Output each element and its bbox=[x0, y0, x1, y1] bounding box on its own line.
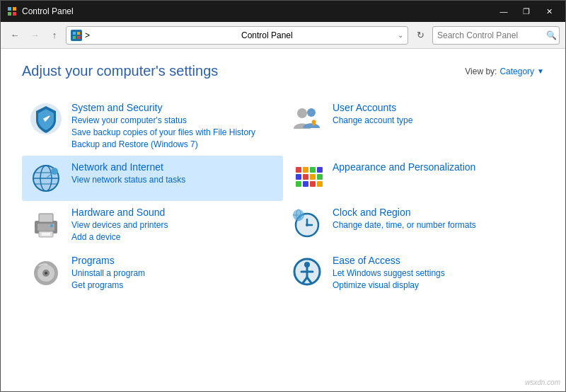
category-programs[interactable]: Programs Uninstall a program Get program… bbox=[22, 249, 283, 297]
appearance-icon bbox=[290, 161, 324, 195]
svg-rect-26 bbox=[310, 174, 316, 180]
breadcrumb-location: Control Panel bbox=[241, 30, 395, 40]
svg-rect-27 bbox=[317, 174, 323, 180]
title-bar-text: Control Panel bbox=[22, 6, 493, 16]
close-button[interactable]: ✕ bbox=[538, 4, 560, 18]
minimize-button[interactable]: — bbox=[493, 4, 514, 18]
svg-rect-1 bbox=[13, 7, 16, 11]
svg-rect-21 bbox=[303, 167, 308, 173]
system-security-link-1[interactable]: Review your computer's status bbox=[71, 115, 276, 127]
categories-grid: System and Security Review your computer… bbox=[22, 96, 544, 297]
svg-rect-29 bbox=[303, 181, 308, 187]
system-security-link-2[interactable]: Save backup copies of your files with Fi… bbox=[71, 127, 276, 139]
system-security-text: System and Security Review your computer… bbox=[71, 102, 276, 150]
programs-text: Programs Uninstall a program Get program… bbox=[71, 255, 276, 292]
ease-access-link-2[interactable]: Optimize visual display bbox=[333, 279, 537, 292]
svg-point-49 bbox=[45, 272, 47, 275]
breadcrumb-text: > bbox=[85, 30, 238, 40]
system-security-title[interactable]: System and Security bbox=[71, 102, 276, 113]
main-content: Adjust your computer's settings View by:… bbox=[1, 49, 565, 391]
svg-rect-6 bbox=[73, 36, 76, 39]
title-bar-icon bbox=[6, 6, 18, 17]
view-by-value[interactable]: Category bbox=[499, 67, 534, 76]
programs-title[interactable]: Programs bbox=[71, 255, 276, 266]
address-bar-input[interactable]: > Control Panel ⌄ bbox=[66, 26, 408, 45]
clock-region-icon bbox=[290, 207, 324, 241]
svg-point-11 bbox=[307, 108, 316, 117]
view-by-selector: View by: Category ▼ bbox=[465, 67, 544, 76]
hardware-sound-text: Hardware and Sound View devices and prin… bbox=[71, 207, 276, 243]
address-bar-icon bbox=[71, 30, 82, 41]
search-input[interactable] bbox=[437, 30, 543, 40]
svg-rect-4 bbox=[73, 32, 76, 35]
svg-point-10 bbox=[297, 108, 307, 118]
ease-access-link-1[interactable]: Let Windows suggest settings bbox=[333, 267, 537, 279]
programs-icon bbox=[29, 255, 63, 289]
up-button[interactable]: ↑ bbox=[46, 27, 63, 44]
svg-rect-3 bbox=[13, 12, 16, 16]
programs-link-2[interactable]: Get programs bbox=[71, 279, 276, 292]
user-accounts-title[interactable]: User Accounts bbox=[333, 102, 537, 113]
ease-access-title[interactable]: Ease of Access bbox=[333, 255, 537, 266]
svg-rect-22 bbox=[310, 167, 316, 173]
network-internet-icon bbox=[29, 161, 63, 195]
window: Control Panel — ❐ ✕ ← → ↑ > Control Pane… bbox=[0, 0, 566, 392]
address-bar: ← → ↑ > Control Panel ⌄ ↻ 🔍 bbox=[1, 22, 565, 49]
user-accounts-link-1[interactable]: Change account type bbox=[333, 115, 537, 127]
svg-rect-7 bbox=[77, 36, 80, 39]
svg-rect-23 bbox=[317, 167, 323, 173]
view-by-label: View by: bbox=[465, 67, 497, 76]
clock-region-text: Clock and Region Change date, time, or n… bbox=[333, 207, 537, 231]
network-internet-text: Network and Internet View network status… bbox=[71, 161, 276, 186]
category-ease-access[interactable]: Ease of Access Let Windows suggest setti… bbox=[283, 249, 544, 297]
refresh-button[interactable]: ↻ bbox=[411, 26, 429, 45]
view-by-arrow-icon[interactable]: ▼ bbox=[537, 67, 544, 75]
clock-region-link-1[interactable]: Change date, time, or number formats bbox=[333, 219, 537, 231]
user-accounts-icon bbox=[290, 102, 324, 136]
ease-access-icon bbox=[290, 255, 324, 289]
back-button[interactable]: ← bbox=[6, 27, 23, 44]
category-network-internet[interactable]: Network and Internet View network status… bbox=[22, 156, 283, 201]
search-box[interactable]: 🔍 bbox=[432, 26, 560, 45]
appearance-text: Appearance and Personalization bbox=[333, 161, 537, 174]
svg-rect-20 bbox=[296, 167, 301, 173]
svg-rect-31 bbox=[317, 181, 323, 187]
svg-rect-5 bbox=[77, 32, 80, 35]
network-internet-title[interactable]: Network and Internet bbox=[71, 161, 276, 173]
maximize-button[interactable]: ❐ bbox=[516, 4, 537, 18]
category-clock-region[interactable]: Clock and Region Change date, time, or n… bbox=[283, 201, 544, 249]
svg-rect-34 bbox=[39, 214, 53, 222]
hardware-sound-icon bbox=[29, 207, 63, 241]
system-security-link-3[interactable]: Backup and Restore (Windows 7) bbox=[71, 139, 276, 151]
svg-rect-24 bbox=[296, 174, 301, 180]
network-internet-link-1[interactable]: View network status and tasks bbox=[71, 174, 276, 186]
title-bar: Control Panel — ❐ ✕ bbox=[1, 1, 565, 22]
user-accounts-text: User Accounts Change account type bbox=[333, 102, 537, 127]
svg-rect-25 bbox=[303, 174, 308, 180]
appearance-title[interactable]: Appearance and Personalization bbox=[333, 161, 537, 173]
page-title: Adjust your computer's settings bbox=[22, 63, 218, 79]
svg-point-42 bbox=[306, 224, 308, 226]
svg-rect-36 bbox=[42, 233, 50, 236]
category-system-security[interactable]: System and Security Review your computer… bbox=[22, 96, 283, 156]
svg-rect-2 bbox=[8, 12, 11, 16]
ease-access-text: Ease of Access Let Windows suggest setti… bbox=[333, 255, 537, 292]
category-user-accounts[interactable]: User Accounts Change account type bbox=[283, 96, 544, 156]
title-bar-buttons: — ❐ ✕ bbox=[493, 4, 560, 18]
svg-rect-30 bbox=[310, 181, 316, 187]
page-header: Adjust your computer's settings View by:… bbox=[22, 63, 544, 79]
category-hardware-sound[interactable]: Hardware and Sound View devices and prin… bbox=[22, 201, 283, 249]
category-appearance[interactable]: Appearance and Personalization bbox=[283, 156, 544, 201]
breadcrumb-chevron[interactable]: ⌄ bbox=[398, 31, 403, 39]
watermark: wsxdn.com bbox=[525, 379, 560, 386]
hardware-sound-title[interactable]: Hardware and Sound bbox=[71, 207, 276, 218]
hardware-sound-link-2[interactable]: Add a device bbox=[71, 231, 276, 243]
forward-button[interactable]: → bbox=[26, 27, 43, 44]
programs-link-1[interactable]: Uninstall a program bbox=[71, 267, 276, 279]
system-security-icon bbox=[29, 102, 63, 136]
clock-region-title[interactable]: Clock and Region bbox=[333, 207, 537, 218]
hardware-sound-link-1[interactable]: View devices and printers bbox=[71, 219, 276, 231]
search-icon-button[interactable]: 🔍 bbox=[546, 30, 557, 40]
svg-point-37 bbox=[50, 224, 53, 227]
svg-rect-0 bbox=[8, 7, 11, 11]
